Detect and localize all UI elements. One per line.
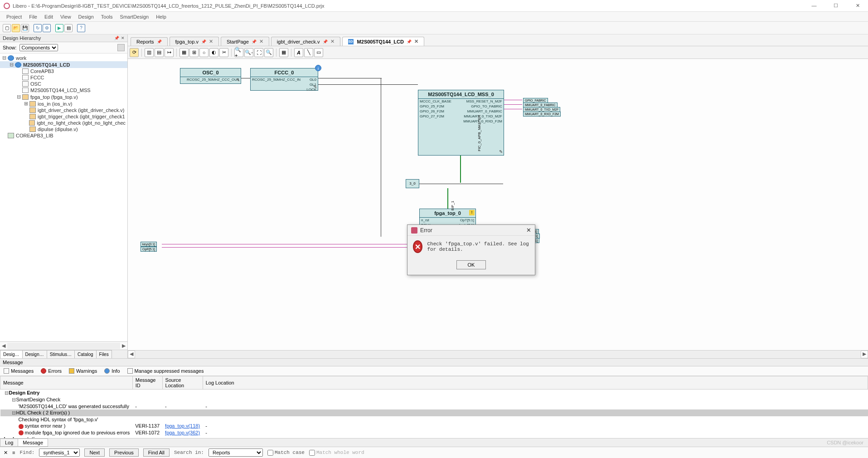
- block-fccc[interactable]: FCCC_0 RCOSC_25_50MHZ_CCC_IN GL0 GL1 LOC…: [250, 68, 318, 91]
- message-row[interactable]: Checking HDL syntax of 'fpga_top.v': [0, 416, 868, 423]
- editor-tab[interactable]: igbt_driver_check.v📌✕: [271, 37, 340, 46]
- tree-item[interactable]: ⊞ios_in (ios_in.v): [0, 100, 127, 107]
- tree-item[interactable]: igbt_trigger_check (igbt_trigger_check1: [0, 113, 127, 120]
- filter-suppressed[interactable]: Manage suppressed messages: [127, 368, 204, 374]
- col-message[interactable]: Message: [0, 376, 133, 390]
- zoom-out-icon[interactable]: 🔍-: [244, 48, 253, 57]
- line-tool-icon[interactable]: ╲: [304, 48, 313, 57]
- block-b3[interactable]: 3_0: [406, 179, 419, 188]
- info-icon[interactable]: i: [315, 65, 321, 71]
- canvas-hscroll[interactable]: ◀ ▶: [128, 350, 868, 358]
- find-next-button[interactable]: Next: [84, 448, 105, 457]
- tab-pin-icon[interactable]: 📌: [157, 39, 162, 44]
- sidebar-tab-files[interactable]: Files: [96, 350, 112, 358]
- tree-item[interactable]: dipulse (dipulse.v): [0, 126, 127, 132]
- tree-item[interactable]: igbt_no_light_check (igbt_no_light_chec: [0, 120, 127, 126]
- edit-icon[interactable]: ✎: [499, 149, 503, 154]
- menu-tools[interactable]: Tools: [97, 13, 116, 20]
- tool-generate-icon[interactable]: ⟳: [130, 48, 139, 57]
- run-button[interactable]: ▶: [55, 24, 63, 32]
- filter-info[interactable]: Info: [104, 368, 120, 374]
- match-case-checkbox[interactable]: [267, 450, 273, 456]
- message-row[interactable]: module fpga_top ignored due to previous …: [0, 429, 868, 436]
- tool-2[interactable]: ▤: [155, 48, 164, 57]
- find-input[interactable]: synthesis_1: [39, 448, 80, 457]
- sidebar-tab-catalog[interactable]: Catalog: [74, 350, 96, 358]
- tree-twisty-icon[interactable]: ⊟: [2, 55, 7, 61]
- close-button[interactable]: ✕: [851, 3, 864, 9]
- tab-message[interactable]: Message: [18, 439, 48, 447]
- menu-project[interactable]: Project: [3, 13, 25, 20]
- zoom-in-icon[interactable]: 🔍+: [234, 48, 243, 57]
- edit-icon[interactable]: ✎: [313, 84, 317, 89]
- search-scope-select[interactable]: Reports: [209, 448, 263, 457]
- tree-twisty-icon[interactable]: ⊞: [24, 101, 29, 107]
- rect-tool-icon[interactable]: ▭: [314, 48, 323, 57]
- external-port[interactable]: keys[3:1]: [141, 242, 157, 247]
- tab-log[interactable]: Log: [0, 439, 18, 447]
- report-button[interactable]: ▤: [64, 24, 73, 32]
- tool-4[interactable]: ▦: [179, 48, 189, 57]
- sidebar-expand-icon[interactable]: [117, 44, 125, 51]
- external-port[interactable]: OpR[5:1]: [141, 247, 157, 252]
- grid-icon[interactable]: ▦: [279, 48, 288, 57]
- tree-item[interactable]: CoreAPB3: [0, 68, 127, 74]
- msg-twisty-icon[interactable]: ⊟: [4, 390, 9, 396]
- tab-close-icon[interactable]: ✕: [259, 39, 263, 44]
- new-button[interactable]: ▢: [3, 24, 11, 32]
- message-row[interactable]: ⊟HDL Check ( 2 Error(s) ): [0, 409, 868, 416]
- refresh-button[interactable]: ↻: [34, 24, 42, 32]
- editor-tab[interactable]: fpga_top.v📌✕: [170, 37, 219, 46]
- scroll-right-icon[interactable]: ▶: [861, 351, 868, 358]
- editor-tab[interactable]: SDM2S005TQ144_LCD📌✕: [342, 37, 424, 46]
- tree-hscroll[interactable]: ◀ ▶: [0, 341, 127, 350]
- menu-file[interactable]: File: [25, 13, 41, 20]
- col-log[interactable]: Log Location: [203, 376, 868, 390]
- find-close-icon[interactable]: ✕: [4, 450, 8, 456]
- tree-twisty-icon[interactable]: ⊟: [16, 94, 21, 100]
- message-row[interactable]: 'M2S005TQ144_LCD' was generated successf…: [0, 403, 868, 409]
- find-all-button[interactable]: Find All: [143, 448, 170, 457]
- tree-item[interactable]: ⊟fpga_top (fpga_top.v): [0, 93, 127, 100]
- settings-button[interactable]: ⚙: [43, 24, 51, 32]
- ok-button[interactable]: OK: [456, 260, 486, 269]
- tab-pin-icon[interactable]: 📌: [252, 39, 257, 44]
- text-tool-icon[interactable]: A: [294, 48, 303, 57]
- tab-close-icon[interactable]: ✕: [330, 39, 335, 44]
- tool-1[interactable]: ▥: [145, 48, 154, 57]
- sidebar-close-icon[interactable]: ✕: [121, 36, 125, 40]
- msg-source[interactable]: fpga_top.v(362): [162, 429, 203, 436]
- find-previous-button[interactable]: Previous: [109, 448, 139, 457]
- tree-item[interactable]: M2S005TQ144_LCD_MSS: [0, 87, 127, 93]
- maximize-button[interactable]: ☐: [829, 3, 843, 9]
- find-expand-icon[interactable]: ≡: [12, 450, 15, 455]
- scroll-left-icon[interactable]: ◀: [0, 343, 7, 349]
- tab-close-icon[interactable]: ✕: [414, 39, 418, 44]
- zoom-area-icon[interactable]: 🔍: [264, 48, 273, 57]
- editor-tab[interactable]: StartPage📌✕: [221, 37, 269, 46]
- sidebar-tab-design2[interactable]: Design…: [22, 350, 47, 358]
- tree-item[interactable]: ⊟work: [0, 54, 127, 61]
- sidebar-tab-stimulus[interactable]: Stimulus…: [47, 350, 75, 358]
- scroll-left-icon[interactable]: ◀: [128, 351, 135, 358]
- external-port[interactable]: MMUART_0_RXD_F2M: [523, 112, 561, 117]
- show-select[interactable]: Components: [19, 44, 58, 51]
- edit-icon[interactable]: ✎: [236, 78, 240, 83]
- zoom-fit-icon[interactable]: ⛶: [254, 48, 263, 57]
- tool-6[interactable]: ○: [199, 48, 209, 57]
- message-row[interactable]: ⊟SmartDesign Check: [0, 396, 868, 403]
- sidebar-pin-icon[interactable]: 📌: [114, 36, 119, 40]
- tab-pin-icon[interactable]: 📌: [323, 39, 328, 44]
- tool-8[interactable]: ✂: [219, 48, 228, 57]
- filter-warnings[interactable]: Warnings: [69, 368, 97, 374]
- message-row[interactable]: ⊟Design Entry: [0, 390, 868, 397]
- msg-twisty-icon[interactable]: ⊟: [11, 410, 16, 416]
- block-osc[interactable]: OSC_0 RCOSC_25_50MHZ_CCC_OUT ✎: [180, 68, 241, 84]
- menu-help[interactable]: Help: [152, 13, 170, 20]
- help-button[interactable]: ?: [77, 24, 85, 32]
- sidebar-tab-design[interactable]: Desig…: [0, 350, 23, 358]
- tab-close-icon[interactable]: ✕: [209, 39, 213, 44]
- schematic-canvas[interactable]: OSC_0 RCOSC_25_50MHZ_CCC_OUT ✎ FCCC_0 RC…: [128, 59, 868, 350]
- editor-tab[interactable]: Reports📌: [131, 37, 168, 46]
- tree-item[interactable]: ⊟M2S005TQ144_LCD: [0, 61, 127, 68]
